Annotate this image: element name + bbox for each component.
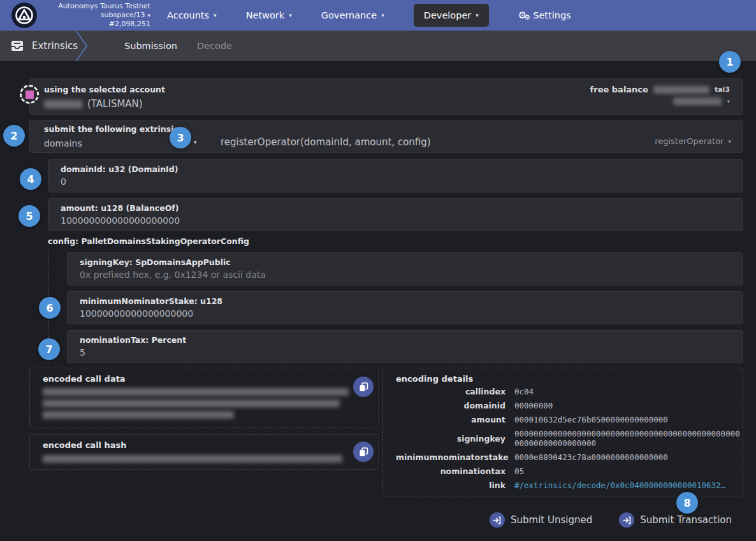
param-domain-id-label: domainId: u32 (DomainId): [61, 164, 178, 174]
tab-decode[interactable]: Decode: [197, 31, 232, 61]
param-min-nominator-stake-label: minimumNominatorStake: u128: [80, 296, 222, 306]
enc-row-label: amount: [396, 415, 505, 424]
param-amount-label: amount: u128 (BalanceOf): [61, 203, 178, 213]
nav-network-label: Network: [246, 10, 285, 20]
extrinsic-select-row: submit the following extrinsic domains ▾…: [29, 120, 743, 153]
chevron-down-icon: ▾: [476, 12, 479, 18]
param-nomination-tax-field[interactable]: nominationTax: Percent 5: [67, 330, 743, 363]
annotation-badge-2: 2: [3, 125, 25, 147]
encoded-call-data-panel: encoded call data: [29, 368, 379, 428]
enc-row-label: signingkey: [396, 434, 505, 444]
tab-bar: Extrinsics Submission Decode: [0, 31, 756, 61]
encoded-call-hash-panel: encoded call hash: [29, 434, 379, 470]
encoding-details-title: encoding details: [396, 374, 473, 384]
free-balance-label: free balance: [590, 85, 648, 94]
extrinsics-page: Autonomys Taurus Testnet subspace/13 ▾ #…: [0, 0, 756, 541]
annotation-badge-1: 1: [719, 51, 741, 73]
account-select-label: using the selected account: [44, 85, 165, 94]
param-min-nominator-stake-field[interactable]: minimumNominatorStake: u128 100000000000…: [67, 291, 743, 324]
extrinsics-tray-icon: [10, 39, 24, 53]
app-header: Autonomys Taurus Testnet subspace/13 ▾ #…: [0, 0, 756, 31]
balance-unit: tai3: [715, 85, 730, 94]
enc-signingkey-value: 0000000000000000000000000000000000000000…: [514, 429, 743, 448]
submit-transaction-button[interactable]: Submit Transaction: [619, 512, 732, 528]
copy-call-data-button[interactable]: [353, 377, 374, 397]
network-name: Autonomys Taurus Testnet: [58, 2, 150, 11]
tab-decode-label: Decode: [197, 41, 232, 51]
chevron-down-icon: ▾: [147, 11, 150, 20]
free-balance: free balance tai3 ▾: [590, 85, 730, 105]
param-amount-value: 100000000000000000000: [61, 215, 180, 226]
enc-nominationtax-value: 05: [514, 466, 743, 476]
enc-row-label: callindex: [396, 387, 505, 396]
annotation-badge-5: 5: [18, 205, 40, 227]
enc-callindex-value: 0c04: [514, 387, 743, 396]
encoded-call-data-label: encoded call data: [43, 374, 126, 384]
param-domain-id-field[interactable]: domainId: u32 (DomainId) 0: [48, 159, 743, 192]
decode-link[interactable]: #/extrinsics/decode/0x0c0400000000000010…: [514, 480, 743, 490]
nav-governance[interactable]: Governance ▾: [321, 10, 384, 20]
nav-accounts[interactable]: Accounts ▾: [167, 10, 217, 20]
chain-selector[interactable]: subspace/13 ▾: [101, 11, 150, 20]
chevron-down-icon: ▾: [214, 12, 217, 18]
annotation-badge-7: 7: [38, 338, 60, 360]
chevron-down-icon: ▾: [381, 12, 384, 18]
chain-label: subspace/13: [101, 11, 145, 20]
param-signing-key-field[interactable]: signingKey: SpDomainsAppPublic 0x prefix…: [67, 252, 743, 285]
selected-pallet: domains: [44, 138, 82, 148]
param-signing-key-placeholder: 0x prefixed hex, e.g. 0x1234 or ascii da…: [80, 270, 266, 280]
param-domain-id-value: 0: [61, 177, 66, 187]
method-signature[interactable]: registerOperator(domainId, amount, confi…: [221, 136, 431, 148]
copy-icon: [359, 447, 368, 457]
enc-row-label: nominationtax: [396, 466, 505, 476]
encoding-details-panel: encoding details callindex 0c04 domainid…: [382, 368, 743, 496]
network-info: Autonomys Taurus Testnet subspace/13 ▾ #…: [38, 2, 150, 29]
nav-network[interactable]: Network ▾: [246, 10, 292, 20]
method-select-label: registerOperator: [655, 136, 723, 146]
section-label: Extrinsics: [32, 40, 78, 52]
nav-settings-label: Settings: [533, 10, 571, 20]
submit-transaction-label: Submit Transaction: [640, 514, 732, 526]
param-amount-field[interactable]: amount: u128 (BalanceOf) 100000000000000…: [48, 198, 743, 231]
annotation-badge-4: 4: [20, 168, 41, 190]
nav-accounts-label: Accounts: [167, 10, 209, 20]
annotation-badge-6: 6: [39, 297, 61, 319]
main-nav: Accounts ▾ Network ▾ Governance ▾ Develo…: [167, 0, 571, 31]
nav-settings[interactable]: ⚙⚙ Settings: [518, 10, 571, 22]
nav-developer-label: Developer: [424, 10, 472, 20]
copy-icon: [359, 382, 368, 392]
redacted-call-data-line: [43, 388, 349, 396]
submit-unsigned-button[interactable]: Submit Unsigned: [490, 512, 592, 528]
nav-governance-label: Governance: [321, 10, 377, 20]
chevron-down-icon[interactable]: ▾: [194, 139, 197, 145]
param-nomination-tax-value: 5: [80, 347, 85, 357]
method-select[interactable]: registerOperator ▾: [655, 136, 731, 146]
extrinsic-select-label: submit the following extrinsic: [44, 124, 178, 134]
account-select[interactable]: using the selected account (TALISMAN) fr…: [29, 78, 743, 115]
encoded-call-hash-label: encoded call hash: [43, 440, 127, 450]
param-signing-key-label: signingKey: SpDomainsAppPublic: [80, 257, 231, 267]
enc-row-label: domainid: [396, 401, 505, 410]
encoding-details-table: callindex 0c04 domainid 00000000 amount …: [396, 387, 743, 490]
enc-row-label: link: [396, 480, 505, 490]
redacted-call-hash: [43, 455, 342, 463]
settings-gear-icon: ⚙⚙: [518, 10, 528, 22]
copy-call-hash-button[interactable]: [353, 442, 374, 462]
nav-developer[interactable]: Developer ▾: [414, 4, 489, 27]
wallet-source-label: (TALISMAN): [87, 98, 143, 110]
chevron-down-icon: ▾: [289, 12, 292, 18]
enc-amount-value: 000010632d5ec76b0500000000000000: [514, 415, 743, 424]
account-identicon[interactable]: [20, 85, 39, 104]
redacted-call-data-line: [43, 400, 340, 407]
tab-submission-label: Submission: [124, 41, 177, 51]
redacted-balance-secondary: [673, 97, 722, 105]
autonomys-logo-icon[interactable]: [11, 3, 37, 28]
tab-submission[interactable]: Submission: [124, 31, 177, 61]
redacted-balance-value: [653, 86, 709, 94]
section-extrinsics: Extrinsics: [10, 31, 78, 61]
chevron-down-icon: ▾: [728, 138, 731, 145]
chevron-down-icon[interactable]: ▾: [727, 98, 730, 105]
extrinsic-section-select[interactable]: submit the following extrinsic domains: [44, 124, 178, 148]
breadcrumb-chevron-icon: [75, 31, 89, 61]
sign-in-icon: [619, 512, 634, 528]
